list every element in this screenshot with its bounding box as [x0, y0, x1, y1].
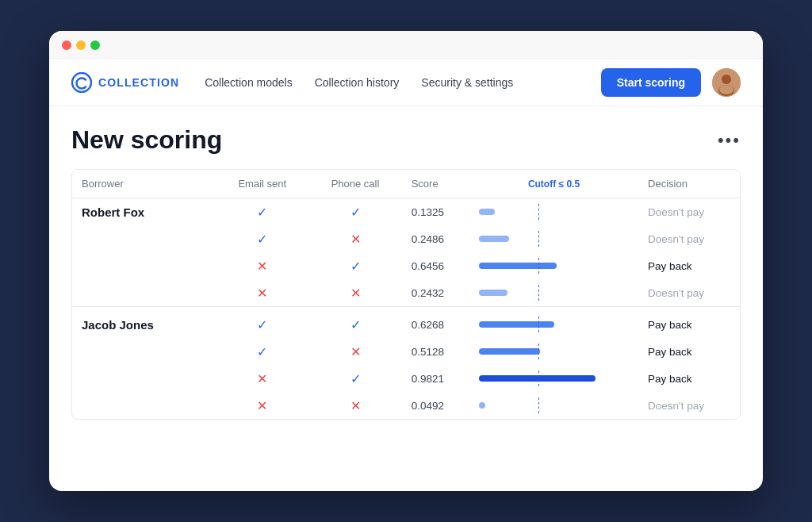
score-bar-fill	[479, 236, 509, 242]
score-cell: 0.6268	[402, 307, 469, 339]
table-header-row: Borrower Email sent Phone call Score Cut…	[72, 170, 740, 198]
score-cell: 0.9821	[402, 365, 469, 392]
phone-call-cell: ✓	[308, 307, 401, 339]
table-row: Robert Fox✓✓0.1325 Doesn't pay	[72, 198, 740, 226]
table-row: ✕✕0.0492 Doesn't pay	[72, 392, 740, 419]
more-options-button[interactable]: •••	[718, 130, 741, 151]
brand: COLLECTION	[71, 72, 179, 93]
cross-icon: ✕	[257, 398, 267, 413]
cross-icon: ✕	[350, 286, 361, 301]
cutoff-line	[538, 397, 539, 413]
close-button[interactable]	[62, 40, 71, 50]
table-row: ✓✕0.2486 Doesn't pay	[72, 225, 740, 252]
cutoff-line	[538, 344, 539, 359]
score-bar-wrapper	[479, 285, 598, 301]
decision-cell: Pay back	[638, 365, 740, 392]
phone-call-cell: ✕	[308, 392, 401, 419]
nav-links: Collection models Collection history Sec…	[205, 76, 600, 89]
table-container: Borrower Email sent Phone call Score Cut…	[71, 169, 741, 420]
score-bar-wrapper	[479, 397, 598, 413]
cross-icon: ✕	[257, 371, 267, 386]
table-row: ✕✓0.6456 Pay back	[72, 252, 740, 279]
score-bar-fill	[479, 290, 508, 296]
avatar	[712, 68, 741, 97]
decision-label: Doesn't pay	[648, 400, 704, 412]
score-bar-wrapper	[479, 317, 598, 332]
svg-point-4	[719, 85, 733, 94]
email-sent-cell: ✓	[216, 307, 308, 339]
fullscreen-button[interactable]	[90, 40, 100, 50]
decision-label: Pay back	[648, 260, 692, 272]
brand-name: COLLECTION	[98, 76, 179, 89]
email-sent-cell: ✓	[216, 225, 308, 252]
score-bar-wrapper	[479, 258, 598, 274]
svg-point-2	[722, 75, 731, 84]
phone-call-cell: ✓	[308, 198, 401, 226]
header-borrower: Borrower	[72, 170, 216, 198]
score-cell: 0.5128	[402, 338, 469, 365]
check-icon: ✓	[257, 232, 267, 247]
decision-cell: Pay back	[638, 252, 740, 279]
bar-cell	[469, 225, 638, 252]
bar-cell	[469, 198, 638, 226]
score-bar-wrapper	[479, 370, 598, 386]
traffic-lights	[62, 40, 100, 50]
check-icon: ✓	[350, 371, 361, 386]
score-bar-fill	[479, 375, 596, 382]
score-cell: 0.2486	[402, 225, 469, 252]
header-decision: Decision	[638, 170, 740, 198]
nav-right: Start scoring	[601, 68, 741, 97]
score-bar-fill	[479, 209, 495, 215]
app-window: COLLECTION Collection models Collection …	[49, 31, 763, 491]
navbar: COLLECTION Collection models Collection …	[49, 59, 763, 106]
start-scoring-button[interactable]: Start scoring	[601, 68, 701, 97]
bar-cell	[469, 338, 638, 365]
score-bar-fill	[479, 321, 554, 328]
decision-label: Doesn't pay	[648, 233, 704, 245]
header-score: Score	[402, 170, 469, 198]
borrower-name: Jacob Jones	[82, 318, 154, 332]
check-icon: ✓	[257, 205, 267, 220]
bar-cell	[469, 365, 638, 392]
cutoff-line	[538, 370, 539, 386]
nav-collection-models[interactable]: Collection models	[205, 76, 293, 89]
cutoff-label: Cutoff ≤ 0.5	[528, 178, 580, 190]
titlebar	[49, 31, 763, 59]
phone-call-cell: ✕	[308, 338, 401, 365]
cross-icon: ✕	[350, 232, 361, 247]
decision-cell: Pay back	[638, 307, 740, 339]
check-icon: ✓	[257, 344, 267, 359]
decision-cell: Doesn't pay	[638, 225, 740, 252]
check-icon: ✓	[350, 317, 361, 332]
score-cell: 0.1325	[402, 198, 469, 226]
decision-cell: Doesn't pay	[638, 392, 740, 419]
header-email-sent: Email sent	[216, 170, 308, 198]
phone-call-cell: ✓	[308, 252, 401, 279]
score-cell: 0.0492	[402, 392, 469, 419]
cutoff-line	[538, 317, 539, 332]
decision-label: Doesn't pay	[648, 206, 704, 218]
email-sent-cell: ✓	[216, 198, 308, 226]
score-bar-wrapper	[479, 204, 598, 220]
nav-security-settings[interactable]: Security & settings	[421, 76, 513, 89]
bar-cell	[469, 392, 638, 419]
brand-logo-icon	[71, 72, 92, 93]
cutoff-line	[538, 204, 539, 220]
table-row: ✓✕0.5128 Pay back	[72, 338, 740, 365]
decision-cell: Pay back	[638, 338, 740, 365]
check-icon: ✓	[257, 317, 267, 332]
score-bar-wrapper	[479, 231, 598, 247]
score-bar-fill	[479, 348, 540, 355]
score-bar-fill	[479, 263, 557, 269]
phone-call-cell: ✓	[308, 365, 401, 392]
decision-cell: Doesn't pay	[638, 279, 740, 307]
score-cell: 0.6456	[402, 252, 469, 279]
page-title: New scoring	[71, 125, 222, 155]
decision-label: Pay back	[648, 319, 692, 331]
email-sent-cell: ✓	[216, 338, 308, 365]
cutoff-line	[538, 231, 539, 247]
minimize-button[interactable]	[76, 40, 86, 50]
email-sent-cell: ✕	[216, 252, 308, 279]
nav-collection-history[interactable]: Collection history	[315, 76, 400, 89]
cross-icon: ✕	[350, 344, 361, 359]
